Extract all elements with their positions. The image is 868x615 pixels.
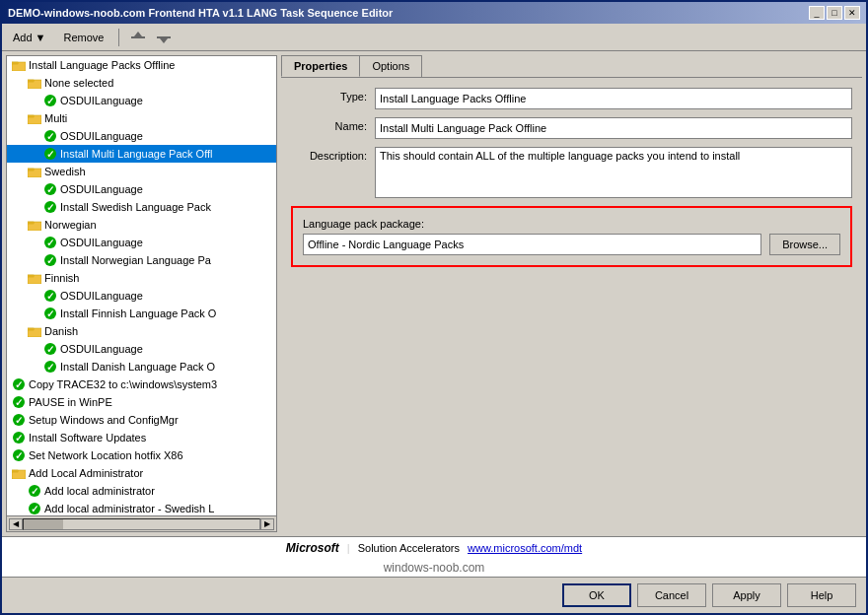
tree-item[interactable]: ✓OSDUILanguage [7,287,276,305]
remove-button[interactable]: Remove [56,29,110,46]
tree-item[interactable]: ✓Install Multi Language Pack Offl [7,145,276,163]
scroll-left-arrow[interactable]: ◀ [9,518,23,530]
tree-item[interactable]: Finnish [7,269,276,287]
move-up-icon [130,30,146,45]
check-icon: ✓ [11,376,27,392]
scroll-thumb [24,519,63,529]
cancel-button[interactable]: Cancel [637,583,706,607]
close-button[interactable]: ✕ [844,6,860,20]
tree-item[interactable]: ✓OSDUILanguage [7,127,276,145]
svg-marker-59 [12,470,19,472]
check-icon: ✓ [42,93,58,108]
tree-item[interactable]: ✓Add local administrator [7,482,276,500]
svg-rect-0 [131,36,145,38]
tree-item[interactable]: ✓Install Software Updates [7,429,276,446]
check-icon: ✓ [42,341,58,357]
type-label: Type: [291,88,375,102]
add-button[interactable]: Add ▼ [6,29,52,46]
minimize-button[interactable]: _ [809,6,825,20]
check-icon: ✓ [42,146,58,162]
tree-item[interactable]: Swedish [7,163,276,180]
tree-item[interactable]: ✓Set Network Location hotfix X86 [7,446,276,464]
footer-branding: Microsoft | Solution Accelerators www.mi… [2,537,866,559]
lang-pack-input[interactable] [303,234,761,255]
folder-icon [11,465,27,481]
svg-text:✓: ✓ [46,344,54,355]
tree-item[interactable]: ✓OSDUILanguage [7,92,276,109]
tree-item-label: Finnish [44,270,79,286]
tree-item[interactable]: ✓Copy TRACE32 to c:\windows\system3 [7,376,276,393]
toolbar-icon-1[interactable] [127,27,149,48]
tree-item[interactable]: Norwegian [7,216,276,234]
ok-button[interactable]: OK [562,583,631,607]
language-pack-section: Language pack package: Browse... [291,206,852,267]
type-input[interactable] [375,88,852,109]
toolbar-icon-2[interactable] [153,27,175,48]
browse-button[interactable]: Browse... [769,234,840,255]
tree-item[interactable]: ✓OSDUILanguage [7,340,276,358]
tree-item[interactable]: None selected [7,74,276,92]
tree-item[interactable]: Install Language Packs Offline [7,56,276,74]
scroll-track[interactable] [23,518,260,530]
folder-icon [27,270,42,286]
help-button[interactable]: Help [787,583,856,607]
folder-icon [11,57,27,73]
check-icon: ✓ [42,252,58,268]
folder-icon [27,75,42,91]
tree-item[interactable]: ✓OSDUILanguage [7,234,276,251]
tree-item[interactable]: ✓Install Finnish Language Pack O [7,305,276,322]
tree-container[interactable]: Install Language Packs OfflineNone selec… [7,56,276,515]
description-textarea[interactable]: This should contain ALL of the multiple … [375,147,852,198]
tree-item[interactable]: Add Local Administrator [7,464,276,482]
tree-item[interactable]: ✓Install Danish Language Pack O [7,358,276,376]
name-label: Name: [291,117,375,132]
svg-text:✓: ✓ [46,96,54,106]
tree-item-label: Set Network Location hotfix X86 [29,447,183,463]
svg-text:✓: ✓ [46,308,54,319]
svg-text:✓: ✓ [15,433,23,444]
tree-item[interactable]: ✓OSDUILanguage [7,180,276,198]
microsoft-link[interactable]: www.microsoft.com/mdt [468,542,582,554]
type-field-row: Type: [291,88,852,109]
tree-scrollbar[interactable]: ◀ ▶ [7,515,276,531]
tab-properties[interactable]: Properties [281,55,360,77]
svg-text:✓: ✓ [31,486,38,497]
remove-label: Remove [63,32,104,43]
tree-item[interactable]: Danish [7,322,276,340]
svg-text:✓: ✓ [31,504,38,514]
footer-buttons: OK Cancel Apply Help [2,577,866,613]
tree-item[interactable]: ✓PAUSE in WinPE [7,393,276,411]
folder-icon [27,323,42,339]
check-icon: ✓ [42,235,58,250]
main-window: DEMO-windows-noob.com Frontend HTA v1.1 … [0,0,868,615]
description-label: Description: [291,147,375,162]
name-input[interactable] [375,117,852,139]
tree-item-label: Install Norwegian Language Pa [60,252,211,268]
svg-text:✓: ✓ [46,202,54,213]
check-icon: ✓ [42,359,58,375]
check-icon: ✓ [42,199,58,215]
tree-item[interactable]: ✓Add local administrator - Swedish L [7,500,276,515]
tree-item[interactable]: Multi [7,109,276,127]
tree-item[interactable]: ✓Setup Windows and ConfigMgr [7,411,276,429]
check-icon: ✓ [42,306,58,321]
tree-item[interactable]: ✓Install Swedish Language Pack [7,198,276,216]
check-icon: ✓ [11,412,27,428]
scroll-right-arrow[interactable]: ▶ [260,518,274,530]
apply-button[interactable]: Apply [712,583,781,607]
add-label: Add [13,32,33,43]
svg-marker-21 [28,169,35,171]
tree-item-label: Install Software Updates [29,430,146,445]
maximize-button[interactable]: □ [827,6,842,20]
tree-item-label: Add local administrator [44,483,155,499]
tree-item[interactable]: ✓Install Norwegian Language Pa [7,251,276,269]
svg-text:✓: ✓ [46,255,54,266]
check-icon: ✓ [27,501,42,515]
check-icon: ✓ [42,181,58,197]
toolbar-separator [118,29,119,46]
footer-watermark: windows-noob.com [2,559,866,577]
title-bar: DEMO-windows-noob.com Frontend HTA v1.1 … [2,2,866,24]
svg-text:✓: ✓ [46,291,54,302]
tab-bar: Properties Options [281,55,862,78]
tab-options[interactable]: Options [359,55,422,77]
